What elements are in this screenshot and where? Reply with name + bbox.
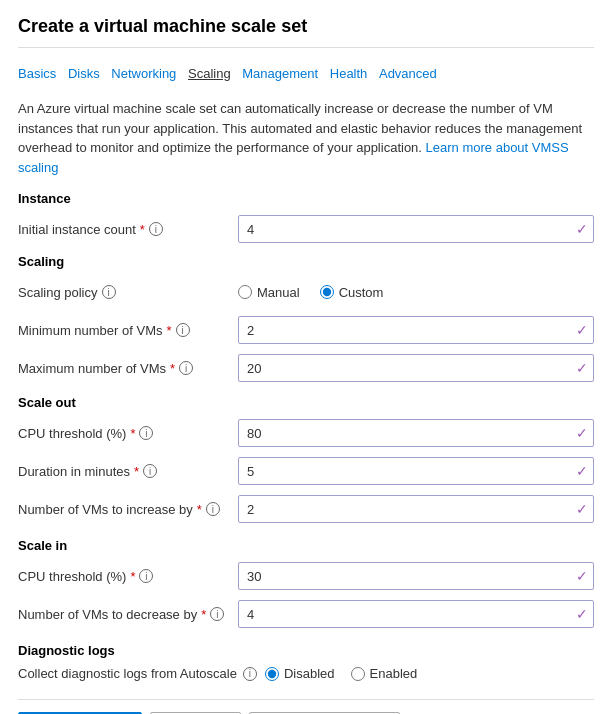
decrease-by-checkmark-icon: ✓ xyxy=(576,606,588,622)
initial-count-checkmark-icon: ✓ xyxy=(576,221,588,237)
min-vms-label: Minimum number of VMs * i xyxy=(18,323,238,338)
scaling-section-header: Scaling xyxy=(18,254,594,269)
scaling-policy-options: Manual Custom xyxy=(238,285,594,300)
description-text: An Azure virtual machine scale set can a… xyxy=(18,99,594,177)
scale-out-cpu-threshold-input[interactable] xyxy=(238,419,594,447)
tab-management[interactable]: Management xyxy=(242,62,326,85)
tab-health[interactable]: Health xyxy=(330,62,376,85)
min-vms-row: Minimum number of VMs * i ✓ xyxy=(18,315,594,345)
collect-logs-info-icon[interactable]: i xyxy=(243,667,257,681)
initial-instance-count-input[interactable] xyxy=(238,215,594,243)
scaling-policy-label: Scaling policy i xyxy=(18,285,238,300)
scaling-policy-row: Scaling policy i Manual Custom xyxy=(18,277,594,307)
increase-by-label: Number of VMs to increase by * i xyxy=(18,502,238,517)
scaling-policy-manual-radio[interactable] xyxy=(238,285,252,299)
max-vms-input-wrapper: ✓ xyxy=(238,354,594,382)
scale-in-cpu-threshold-label: CPU threshold (%) * i xyxy=(18,569,238,584)
scaling-policy-custom-option[interactable]: Custom xyxy=(320,285,384,300)
decrease-by-label: Number of VMs to decrease by * i xyxy=(18,607,238,622)
scaling-policy-info-icon[interactable]: i xyxy=(102,285,116,299)
scale-out-cpu-threshold-row: CPU threshold (%) * i ✓ xyxy=(18,418,594,448)
initial-instance-count-label: Initial instance count * i xyxy=(18,222,238,237)
scale-out-cpu-threshold-input-wrapper: ✓ xyxy=(238,419,594,447)
initial-instance-count-input-wrapper: ✓ xyxy=(238,215,594,243)
scale-in-section-header: Scale in xyxy=(18,538,594,553)
duration-checkmark-icon: ✓ xyxy=(576,463,588,479)
initial-count-info-icon[interactable]: i xyxy=(149,222,163,236)
scale-in-cpu-info-icon[interactable]: i xyxy=(139,569,153,583)
scale-in-cpu-threshold-row: CPU threshold (%) * i ✓ xyxy=(18,561,594,591)
tab-networking[interactable]: Networking xyxy=(111,62,184,85)
diagnostic-section-header: Diagnostic logs xyxy=(18,643,594,658)
duration-input[interactable] xyxy=(238,457,594,485)
diag-disabled-option[interactable]: Disabled xyxy=(265,666,335,681)
min-vms-input[interactable] xyxy=(238,316,594,344)
scaling-policy-manual-option[interactable]: Manual xyxy=(238,285,300,300)
diag-disabled-radio[interactable] xyxy=(265,667,279,681)
scaling-policy-custom-radio[interactable] xyxy=(320,285,334,299)
footer: Review + create < Previous Next: Managem… xyxy=(18,699,594,714)
instance-section-header: Instance xyxy=(18,191,594,206)
duration-row: Duration in minutes * i ✓ xyxy=(18,456,594,486)
increase-by-checkmark-icon: ✓ xyxy=(576,501,588,517)
min-vms-checkmark-icon: ✓ xyxy=(576,322,588,338)
max-vms-input[interactable] xyxy=(238,354,594,382)
max-vms-checkmark-icon: ✓ xyxy=(576,360,588,376)
decrease-by-input[interactable] xyxy=(238,600,594,628)
tab-advanced[interactable]: Advanced xyxy=(379,62,445,85)
increase-by-input-wrapper: ✓ xyxy=(238,495,594,523)
min-vms-input-wrapper: ✓ xyxy=(238,316,594,344)
duration-input-wrapper: ✓ xyxy=(238,457,594,485)
duration-info-icon[interactable]: i xyxy=(143,464,157,478)
scale-in-cpu-threshold-input[interactable] xyxy=(238,562,594,590)
increase-by-row: Number of VMs to increase by * i ✓ xyxy=(18,494,594,524)
scale-in-cpu-checkmark-icon: ✓ xyxy=(576,568,588,584)
increase-by-info-icon[interactable]: i xyxy=(206,502,220,516)
initial-instance-count-row: Initial instance count * i ✓ xyxy=(18,214,594,244)
scale-out-cpu-info-icon[interactable]: i xyxy=(139,426,153,440)
decrease-by-info-icon[interactable]: i xyxy=(210,607,224,621)
scale-out-section-header: Scale out xyxy=(18,395,594,410)
tab-disks[interactable]: Disks xyxy=(68,62,108,85)
diag-enabled-radio[interactable] xyxy=(351,667,365,681)
collect-logs-label: Collect diagnostic logs from Autoscale xyxy=(18,666,237,681)
max-vms-row: Maximum number of VMs * i ✓ xyxy=(18,353,594,383)
max-vms-label: Maximum number of VMs * i xyxy=(18,361,238,376)
scale-out-cpu-checkmark-icon: ✓ xyxy=(576,425,588,441)
diag-enabled-option[interactable]: Enabled xyxy=(351,666,418,681)
increase-by-input[interactable] xyxy=(238,495,594,523)
max-vms-info-icon[interactable]: i xyxy=(179,361,193,375)
decrease-by-row: Number of VMs to decrease by * i ✓ xyxy=(18,599,594,629)
duration-label: Duration in minutes * i xyxy=(18,464,238,479)
scale-out-cpu-threshold-label: CPU threshold (%) * i xyxy=(18,426,238,441)
tab-basics[interactable]: Basics xyxy=(18,62,64,85)
scale-in-cpu-threshold-input-wrapper: ✓ xyxy=(238,562,594,590)
diagnostic-logs-row: Collect diagnostic logs from Autoscale i… xyxy=(18,666,594,681)
decrease-by-input-wrapper: ✓ xyxy=(238,600,594,628)
tab-scaling[interactable]: Scaling xyxy=(188,62,239,85)
min-vms-info-icon[interactable]: i xyxy=(176,323,190,337)
page-title: Create a virtual machine scale set xyxy=(18,16,594,48)
nav-tabs: Basics Disks Networking Scaling Manageme… xyxy=(18,62,594,85)
